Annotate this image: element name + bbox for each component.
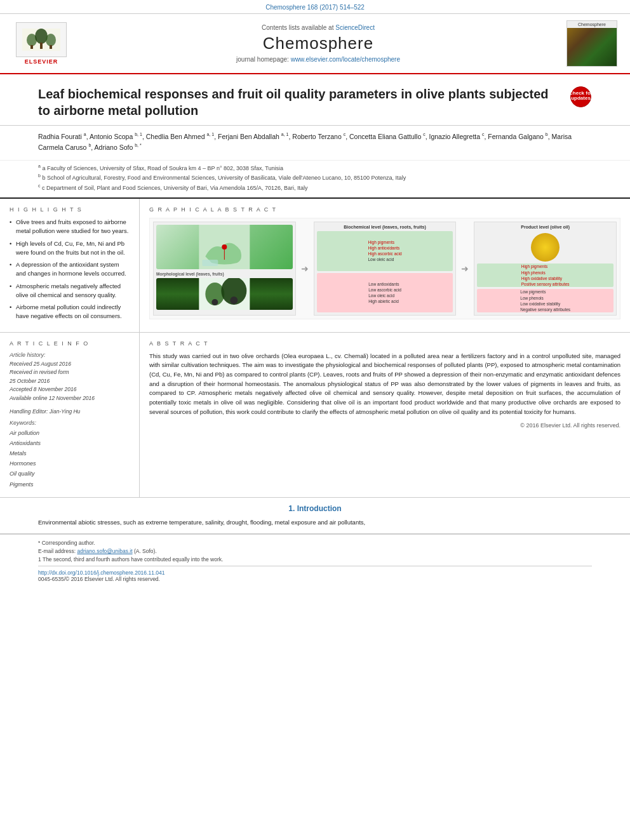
journal-header: ELSEVIER Contents lists available at Sci… — [0, 14, 630, 74]
highlight-item-1: Olive trees and fruits exposed to airbor… — [10, 218, 130, 236]
article-title-section: Leaf biochemical responses and fruit oil… — [0, 74, 630, 126]
ga-biochemical-negative: Low antioxidants Low ascorbic acid Low o… — [368, 281, 401, 304]
highlight-item-3: A depression of the antioxidant system a… — [10, 260, 130, 279]
ga-col1-title: Morphological level (leaves, fruits) — [156, 271, 293, 277]
graphical-abstract-image: Morphological level (leaves, fruits) — [149, 218, 620, 319]
crossmark-badge[interactable]: Check for updates — [570, 86, 592, 108]
corresponding-note: * Corresponding author. — [38, 540, 592, 546]
author-list: Radhia Fourati a, Antonio Scopa b, 1, Ch… — [38, 131, 592, 153]
elsevier-brand-text: ELSEVIER — [25, 58, 58, 65]
affil-a: a a Faculty of Sciences, University of S… — [38, 163, 592, 173]
abstract-text: This study was carried out in two olive … — [149, 352, 620, 417]
author-email[interactable]: adriano.sofo@unibas.it — [77, 548, 132, 554]
ga-map-image — [156, 225, 293, 269]
thumb-label: Chemosphere — [567, 21, 617, 28]
article-title: Leaf biochemical responses and fruit oil… — [38, 86, 560, 119]
authors-section: Radhia Fourati a, Antonio Scopa b, 1, Ch… — [0, 126, 630, 161]
footnote1: 1 The second, third and fourth authors h… — [38, 556, 592, 563]
date-received: Received 25 August 2016 — [10, 360, 130, 369]
keywords-block: Keywords: Air pollution Antioxidants Met… — [10, 420, 130, 490]
keyword-2: Antioxidants — [10, 438, 130, 448]
svg-text:updates: updates — [571, 95, 591, 101]
journal-homepage: journal homepage: www.elsevier.com/locat… — [236, 56, 400, 63]
footer-section: * Corresponding author. E-mail address: … — [0, 534, 630, 589]
highlights-column: H I G H L I G H T S Olive trees and frui… — [0, 199, 140, 332]
copyright: © 2016 Elsevier Ltd. All rights reserved… — [149, 422, 620, 429]
highlights-graphical-section: H I G H L I G H T S Olive trees and frui… — [0, 199, 630, 333]
elsevier-logo-image — [16, 22, 67, 57]
date-revised: 25 October 2016 — [10, 377, 130, 386]
issn-note: 0045-6535/© 2016 Elsevier Ltd. All right… — [38, 576, 592, 582]
graphical-abstract-heading: G R A P H I C A L A B S T R A C T — [149, 206, 620, 213]
journal-thumbnail: Chemosphere — [566, 20, 617, 67]
elsevier-logo-block: ELSEVIER — [13, 20, 70, 67]
svg-point-3 — [46, 34, 56, 46]
journal-citation-bar: Chemosphere 168 (2017) 514–522 — [0, 0, 630, 14]
ga-arrow-1: ➜ — [301, 263, 309, 274]
article-info-column: A R T I C L E I N F O Article history: R… — [0, 333, 140, 497]
sciencedirect-notice: Contents lists available at ScienceDirec… — [262, 24, 375, 31]
page: Chemosphere 168 (2017) 514–522 ELSEVIER — [0, 0, 630, 840]
highlights-heading: H I G H L I G H T S — [10, 206, 130, 213]
highlight-item-2: High levels of Cd, Cu, Fe, Mn, Ni and Pb… — [10, 239, 130, 258]
email-name: (A. Sofo). — [134, 548, 157, 554]
date-accepted: Accepted 8 November 2016 — [10, 385, 130, 394]
handling-editor: Handling Editor: Jian-Ying Hu — [10, 408, 130, 415]
introduction-text: Environmental abiotic stresses, such as … — [38, 518, 592, 528]
footer-divider — [38, 566, 592, 566]
doi-link[interactable]: http://dx.doi.org/10.1016/j.chemosphere.… — [38, 570, 164, 576]
ga-location-box: Morphological level (leaves, fruits) — [153, 222, 296, 316]
svg-rect-6 — [50, 45, 52, 49]
date-revised-label: Received in revised form — [10, 368, 130, 377]
sciencedirect-link[interactable]: ScienceDirect — [335, 24, 375, 31]
ga-inner: Morphological level (leaves, fruits) — [150, 218, 620, 319]
ga-biochemical-positive: High pigments High antioxidants High asc… — [368, 239, 401, 262]
journal-title: Chemosphere — [263, 34, 373, 53]
introduction-section: 1. Introduction Environmental abiotic st… — [0, 498, 630, 535]
ga-col2-title: Biochemical level (leaves, roots, fruits… — [344, 225, 426, 229]
highlight-item-4: Atmospheric metals negatively affected o… — [10, 282, 130, 300]
keywords-label: Keywords: — [10, 420, 130, 426]
highlights-list: Olive trees and fruits exposed to airbor… — [10, 218, 130, 321]
history-label: Article history: — [10, 352, 130, 358]
keyword-4: Hormones — [10, 458, 130, 469]
svg-point-17 — [230, 297, 238, 304]
journal-cover-image — [566, 28, 617, 66]
affil-b: b b School of Agricultural, Forestry, Fo… — [38, 173, 592, 183]
journal-citation: Chemosphere 168 (2017) 514–522 — [265, 4, 365, 11]
email-note: E-mail address: adriano.sofo@unibas.it (… — [38, 548, 592, 554]
ga-product-positive: High pigments High phenols High oxidativ… — [521, 263, 570, 286]
graphical-abstract-column: G R A P H I C A L A B S T R A C T — [140, 199, 630, 332]
highlight-item-5: Airborne metal pollution could indirectl… — [10, 303, 130, 321]
article-history-block: Article history: Received 25 August 2016… — [10, 352, 130, 403]
keyword-3: Metals — [10, 448, 130, 458]
affiliations-section: a a Faculty of Sciences, University of S… — [0, 161, 630, 199]
article-info-abstract-section: A R T I C L E I N F O Article history: R… — [0, 333, 630, 498]
keyword-5: Oil quality — [10, 469, 130, 479]
ga-product-box: Product level (olive oil) High pigments … — [474, 222, 617, 316]
footer-links: http://dx.doi.org/10.1016/j.chemosphere.… — [38, 570, 592, 576]
keyword-6: Pigments — [10, 479, 130, 490]
ga-product-negative: Low pigments Low phenols Low oxidative s… — [520, 289, 570, 312]
svg-point-18 — [211, 299, 218, 305]
svg-point-2 — [35, 29, 48, 44]
ga-biochemical-box: Biochemical level (leaves, roots, fruits… — [314, 222, 457, 316]
abstract-column: A B S T R A C T This study was carried o… — [140, 333, 630, 497]
svg-rect-13 — [202, 260, 218, 266]
svg-rect-4 — [30, 45, 33, 49]
abstract-heading: A B S T R A C T — [149, 340, 620, 347]
affil-c: c c Department of Soil, Plant and Food S… — [38, 183, 592, 193]
journal-info-center: Contents lists available at ScienceDirec… — [76, 20, 560, 67]
ga-arrow-2: ➜ — [461, 263, 469, 274]
ga-col3-title: Product level (olive oil) — [521, 225, 570, 229]
ga-plant-image — [156, 278, 293, 310]
svg-point-11 — [222, 244, 227, 250]
keyword-1: Air pollution — [10, 428, 130, 438]
journal-url[interactable]: www.elsevier.com/locate/chemosphere — [291, 56, 400, 63]
email-label: E-mail address: — [38, 548, 76, 554]
introduction-title: 1. Introduction — [38, 504, 592, 513]
date-available: Available online 12 November 2016 — [10, 394, 130, 403]
article-info-heading: A R T I C L E I N F O — [10, 340, 130, 347]
svg-rect-5 — [40, 43, 43, 49]
